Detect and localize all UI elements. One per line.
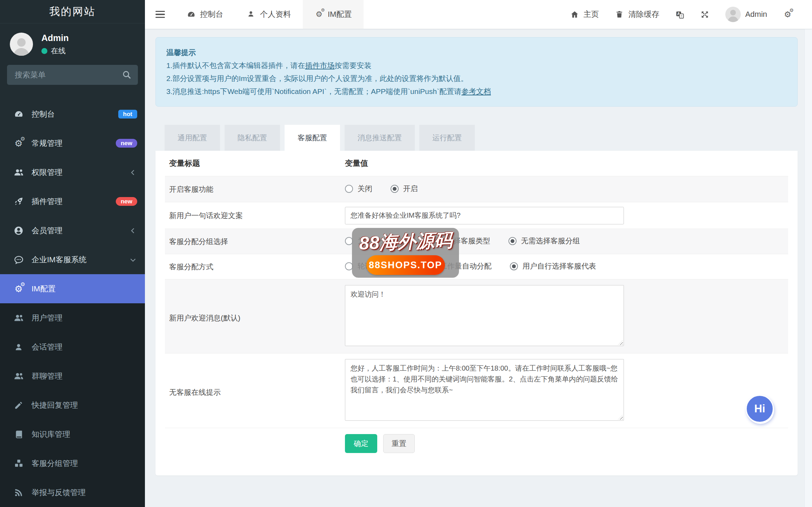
user-circle-icon <box>13 225 24 236</box>
chat-widget-button[interactable]: Hi <box>746 395 774 423</box>
sidebar-item-label: 控制台 <box>32 109 118 120</box>
sidebar-item-group-chat-mgmt[interactable]: 群聊管理 <box>0 361 145 391</box>
sidebar-item-label: 权限管理 <box>32 167 129 178</box>
book-icon <box>13 429 24 440</box>
topnav-tab-label: IM配置 <box>328 9 352 20</box>
sidebar-toggle-button[interactable] <box>145 0 175 29</box>
radio-option-no-select[interactable]: 无需选择客服分组 <box>508 236 580 246</box>
radio-icon[interactable] <box>510 262 518 270</box>
reference-doc-link[interactable]: 参考文档 <box>461 87 491 95</box>
sidebar-item-general[interactable]: 常规管理 new <box>0 129 145 158</box>
gear-icon <box>783 10 792 19</box>
top-navbar: 控制台 个人资料 IM配置 主页 <box>145 0 812 29</box>
new-badge: new <box>116 197 137 206</box>
user-icon <box>13 342 24 352</box>
sidebar: 我的网站 Admin 在线 控制台 hot <box>0 0 145 507</box>
sidebar-item-permissions[interactable]: 权限管理 <box>0 158 145 187</box>
topnav-tab-label: 个人资料 <box>260 9 291 20</box>
home-button[interactable]: 主页 <box>562 0 607 29</box>
sidebar-menu: 控制台 hot 常规管理 new 权限管理 <box>0 100 145 274</box>
field-value <box>345 207 788 224</box>
gears-icon <box>315 10 323 19</box>
user-icon <box>247 10 255 19</box>
sidebar-item-im-config[interactable]: IM配置 <box>0 274 145 303</box>
admin-app: 我的网站 Admin 在线 控制台 hot <box>0 0 812 507</box>
form-actions: 确定 重置 <box>165 428 788 475</box>
alert-line-2: 2.部分设置项与用户的Im设置重合，实际以用户的个人设置为准，此处的设置将作为默… <box>166 72 787 85</box>
radio-option-close[interactable]: 关闭 <box>345 184 372 194</box>
tab-privacy-config[interactable]: 隐私配置 <box>225 125 280 151</box>
svg-text:Ξ: Ξ <box>680 14 683 18</box>
tab-general-config[interactable]: 通用配置 <box>165 125 220 151</box>
row-group-select: 客服分配分组选择 为用户分配客服时需要用户选择客服类型 无需选择客服分组 <box>165 229 788 254</box>
reset-button[interactable]: 重置 <box>383 434 415 453</box>
users-icon <box>13 313 24 323</box>
default-welcome-textarea[interactable]: 欢迎访问！ <box>345 285 624 346</box>
site-logo[interactable]: 我的网站 <box>0 0 145 23</box>
sidebar-item-service-group-mgmt[interactable]: 客服分组管理 <box>0 449 145 478</box>
settings-button[interactable] <box>775 0 800 29</box>
topnav-tab-console[interactable]: 控制台 <box>175 0 235 29</box>
plugin-market-link[interactable]: 插件市场 <box>305 61 335 69</box>
sidebar-item-label: 举报与反馈管理 <box>32 487 137 498</box>
sidebar-item-session-mgmt[interactable]: 会话管理 <box>0 332 145 361</box>
sidebar-item-label: IM配置 <box>32 284 137 294</box>
col-variable-title: 变量标题 <box>165 158 345 169</box>
fullscreen-button[interactable] <box>692 0 717 29</box>
col-variable-value: 变量值 <box>345 158 788 169</box>
search-input[interactable] <box>7 65 138 85</box>
sidebar-item-report-feedback-mgmt[interactable]: 举报与反馈管理 <box>0 478 145 507</box>
user-menu[interactable]: Admin <box>717 0 775 29</box>
sidebar-item-console[interactable]: 控制台 hot <box>0 100 145 129</box>
cubes-icon <box>13 458 24 469</box>
avatar <box>725 7 741 22</box>
trash-icon <box>615 10 624 19</box>
field-label: 开启客服功能 <box>165 184 345 194</box>
sidebar-item-label: 知识库管理 <box>32 429 137 440</box>
radio-option-user-choose[interactable]: 用户自行选择客服代表 <box>510 261 596 271</box>
sidebar-item-label: 插件管理 <box>32 196 116 207</box>
clear-cache-label: 清除缓存 <box>628 9 659 20</box>
clear-cache-button[interactable]: 清除缓存 <box>607 0 667 29</box>
welcome-copy-input[interactable] <box>345 207 624 224</box>
sidebar-submenu: IM配置 用户管理 会话管理 群聊管理 <box>0 274 145 507</box>
user-name: Admin <box>41 33 69 43</box>
radio-option-open[interactable]: 开启 <box>391 184 418 194</box>
alert-line-3: 3.消息推送:https下Web端可使用`Notification API`，无… <box>166 85 787 98</box>
field-value: 欢迎访问！ <box>345 285 788 346</box>
submit-button[interactable]: 确定 <box>345 434 377 453</box>
radio-icon[interactable] <box>391 185 399 193</box>
sidebar-item-user-mgmt[interactable]: 用户管理 <box>0 303 145 332</box>
config-form-card: 变量标题 变量值 开启客服功能 关闭 开启 新用户一句话欢迎文案 <box>155 151 798 475</box>
search-icon[interactable] <box>122 70 132 80</box>
sidebar-item-knowledge-base-mgmt[interactable]: 知识库管理 <box>0 420 145 449</box>
sidebar-item-members[interactable]: 会员管理 <box>0 216 145 245</box>
tab-push-config[interactable]: 消息推送配置 <box>345 125 415 151</box>
topnav-tab-im-config[interactable]: IM配置 <box>303 0 364 29</box>
gears-icon <box>13 138 24 149</box>
user-avatar[interactable] <box>10 33 33 56</box>
chevron-left-icon <box>129 168 137 177</box>
row-default-welcome: 新用户欢迎消息(默认) 欢迎访问！ <box>165 279 788 353</box>
dashboard-icon <box>187 10 195 19</box>
rocket-icon <box>13 196 24 207</box>
info-alert: 温馨提示 1.插件默认不包含富文本编辑器插件，请在插件市场按需要安装 2.部分设… <box>155 37 798 107</box>
watermark-text: 88海外源码 <box>358 228 452 256</box>
language-button[interactable]: AΞ <box>667 0 692 29</box>
sidebar-item-label: 群聊管理 <box>32 371 137 381</box>
field-label: 客服分配分组选择 <box>165 237 345 246</box>
sidebar-item-plugins[interactable]: 插件管理 new <box>0 187 145 216</box>
sidebar-item-im-system[interactable]: 企业IM客服系统 <box>0 245 145 274</box>
topnav-tab-profile[interactable]: 个人资料 <box>235 0 303 29</box>
tab-service-config[interactable]: 客服配置 <box>285 125 340 151</box>
new-badge: new <box>116 139 137 148</box>
radio-icon[interactable] <box>345 185 353 193</box>
scrollbar[interactable] <box>804 29 812 507</box>
topnav-tab-label: 控制台 <box>200 9 223 20</box>
sidebar-item-quick-reply-mgmt[interactable]: 快捷回复管理 <box>0 391 145 420</box>
radio-icon[interactable] <box>508 237 517 245</box>
sidebar-item-label: 常规管理 <box>32 138 116 149</box>
offline-tip-textarea[interactable]: 您好，人工客服工作时间为：上午8:00至下午18:00。请在工作时间联系人工客服… <box>345 359 624 421</box>
tab-runtime-config[interactable]: 运行配置 <box>419 125 475 151</box>
translate-icon: AΞ <box>675 10 684 19</box>
